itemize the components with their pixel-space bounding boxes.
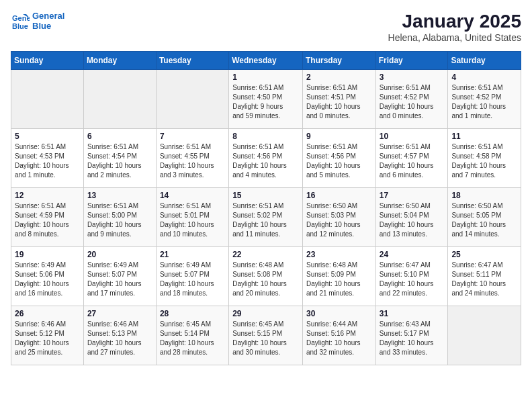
day-info: Sunrise: 6:51 AM Sunset: 4:59 PM Dayligh… [15, 201, 80, 239]
calendar-day-cell: 16Sunrise: 6:50 AM Sunset: 5:03 PM Dayli… [302, 188, 375, 247]
calendar-day-cell: 24Sunrise: 6:47 AM Sunset: 5:10 PM Dayli… [375, 247, 448, 306]
day-info: Sunrise: 6:51 AM Sunset: 4:57 PM Dayligh… [380, 142, 445, 180]
calendar-day-cell: 14Sunrise: 6:51 AM Sunset: 5:01 PM Dayli… [156, 188, 228, 247]
day-info: Sunrise: 6:50 AM Sunset: 5:03 PM Dayligh… [306, 201, 372, 239]
day-info: Sunrise: 6:48 AM Sunset: 5:08 PM Dayligh… [232, 261, 299, 298]
calendar-day-cell: 18Sunrise: 6:50 AM Sunset: 5:05 PM Dayli… [448, 188, 521, 247]
day-number: 18 [451, 191, 517, 200]
calendar-day-cell: 4Sunrise: 6:51 AM Sunset: 4:52 PM Daylig… [448, 70, 521, 129]
day-info: Sunrise: 6:49 AM Sunset: 5:06 PM Dayligh… [15, 261, 80, 298]
day-number: 25 [451, 250, 517, 259]
day-number: 26 [15, 309, 80, 318]
day-info: Sunrise: 6:50 AM Sunset: 5:05 PM Dayligh… [451, 201, 517, 239]
logo-icon: General Blue [11, 11, 30, 30]
calendar-week-row: 12Sunrise: 6:51 AM Sunset: 4:59 PM Dayli… [11, 188, 521, 247]
day-number: 5 [15, 132, 80, 141]
day-number: 15 [232, 191, 299, 200]
day-info: Sunrise: 6:51 AM Sunset: 4:50 PM Dayligh… [232, 83, 299, 121]
day-number: 28 [160, 309, 225, 318]
calendar-day-cell: 19Sunrise: 6:49 AM Sunset: 5:06 PM Dayli… [11, 247, 84, 306]
day-number: 21 [160, 250, 225, 259]
calendar-day-cell: 20Sunrise: 6:49 AM Sunset: 5:07 PM Dayli… [83, 247, 156, 306]
calendar-table: SundayMondayTuesdayWednesdayThursdayFrid… [11, 51, 521, 365]
day-info: Sunrise: 6:51 AM Sunset: 4:54 PM Dayligh… [87, 142, 152, 180]
day-number: 22 [232, 250, 299, 259]
weekday-header-row: SundayMondayTuesdayWednesdayThursdayFrid… [11, 52, 521, 70]
day-number: 31 [380, 309, 445, 318]
calendar-day-cell [11, 70, 84, 129]
day-number: 8 [232, 132, 299, 141]
day-number: 10 [380, 132, 445, 141]
day-number: 9 [306, 132, 372, 141]
day-number: 7 [160, 132, 225, 141]
weekday-header: Thursday [302, 52, 375, 70]
calendar-day-cell: 15Sunrise: 6:51 AM Sunset: 5:02 PM Dayli… [229, 188, 303, 247]
calendar-day-cell: 3Sunrise: 6:51 AM Sunset: 4:52 PM Daylig… [375, 70, 448, 129]
day-number: 17 [380, 191, 445, 200]
day-info: Sunrise: 6:51 AM Sunset: 4:58 PM Dayligh… [451, 142, 517, 180]
day-info: Sunrise: 6:51 AM Sunset: 4:52 PM Dayligh… [451, 83, 517, 121]
calendar-week-row: 1Sunrise: 6:51 AM Sunset: 4:50 PM Daylig… [11, 70, 521, 129]
calendar-week-row: 19Sunrise: 6:49 AM Sunset: 5:06 PM Dayli… [11, 247, 521, 306]
day-info: Sunrise: 6:51 AM Sunset: 4:56 PM Dayligh… [306, 142, 372, 180]
day-info: Sunrise: 6:46 AM Sunset: 5:13 PM Dayligh… [87, 320, 152, 357]
day-info: Sunrise: 6:51 AM Sunset: 4:52 PM Dayligh… [380, 83, 445, 121]
weekday-header: Monday [83, 52, 156, 70]
calendar-day-cell: 23Sunrise: 6:48 AM Sunset: 5:09 PM Dayli… [302, 247, 375, 306]
weekday-header: Tuesday [156, 52, 228, 70]
calendar-day-cell: 22Sunrise: 6:48 AM Sunset: 5:08 PM Dayli… [229, 247, 303, 306]
day-info: Sunrise: 6:51 AM Sunset: 5:01 PM Dayligh… [160, 201, 225, 239]
calendar-day-cell: 28Sunrise: 6:45 AM Sunset: 5:14 PM Dayli… [156, 306, 228, 365]
calendar-day-cell [448, 306, 521, 365]
day-info: Sunrise: 6:48 AM Sunset: 5:09 PM Dayligh… [306, 261, 372, 298]
calendar-day-cell: 10Sunrise: 6:51 AM Sunset: 4:57 PM Dayli… [375, 129, 448, 188]
day-info: Sunrise: 6:45 AM Sunset: 5:14 PM Dayligh… [160, 320, 225, 357]
day-info: Sunrise: 6:43 AM Sunset: 5:17 PM Dayligh… [380, 320, 445, 357]
location-subtitle: Helena, Alabama, United States [388, 32, 521, 43]
title-block: January 2025 Helena, Alabama, United Sta… [388, 11, 521, 43]
weekday-header: Wednesday [229, 52, 303, 70]
day-number: 3 [380, 73, 445, 82]
calendar-day-cell: 8Sunrise: 6:51 AM Sunset: 4:56 PM Daylig… [229, 129, 303, 188]
day-number: 14 [160, 191, 225, 200]
day-number: 23 [306, 250, 372, 259]
logo: General Blue General Blue [11, 11, 64, 31]
day-info: Sunrise: 6:49 AM Sunset: 5:07 PM Dayligh… [160, 261, 225, 298]
day-number: 13 [87, 191, 152, 200]
calendar-day-cell: 1Sunrise: 6:51 AM Sunset: 4:50 PM Daylig… [229, 70, 303, 129]
calendar-day-cell: 11Sunrise: 6:51 AM Sunset: 4:58 PM Dayli… [448, 129, 521, 188]
calendar-day-cell: 6Sunrise: 6:51 AM Sunset: 4:54 PM Daylig… [83, 129, 156, 188]
day-number: 11 [451, 132, 517, 141]
calendar-day-cell: 25Sunrise: 6:47 AM Sunset: 5:11 PM Dayli… [448, 247, 521, 306]
day-number: 20 [87, 250, 152, 259]
day-number: 6 [87, 132, 152, 141]
day-number: 30 [306, 309, 372, 318]
weekday-header: Sunday [11, 52, 84, 70]
day-info: Sunrise: 6:51 AM Sunset: 4:53 PM Dayligh… [15, 142, 80, 180]
day-number: 12 [15, 191, 80, 200]
calendar-week-row: 26Sunrise: 6:46 AM Sunset: 5:12 PM Dayli… [11, 306, 521, 365]
calendar-week-row: 5Sunrise: 6:51 AM Sunset: 4:53 PM Daylig… [11, 129, 521, 188]
page-header: General Blue General Blue January 2025 H… [11, 11, 521, 43]
calendar-day-cell: 21Sunrise: 6:49 AM Sunset: 5:07 PM Dayli… [156, 247, 228, 306]
day-info: Sunrise: 6:46 AM Sunset: 5:12 PM Dayligh… [15, 320, 80, 357]
day-info: Sunrise: 6:51 AM Sunset: 4:55 PM Dayligh… [160, 142, 225, 180]
day-info: Sunrise: 6:50 AM Sunset: 5:04 PM Dayligh… [380, 201, 445, 239]
day-number: 27 [87, 309, 152, 318]
day-info: Sunrise: 6:45 AM Sunset: 5:15 PM Dayligh… [232, 320, 299, 357]
day-info: Sunrise: 6:47 AM Sunset: 5:11 PM Dayligh… [451, 261, 517, 298]
day-number: 2 [306, 73, 372, 82]
calendar-title: January 2025 [388, 11, 521, 32]
calendar-day-cell [83, 70, 156, 129]
calendar-day-cell: 29Sunrise: 6:45 AM Sunset: 5:15 PM Dayli… [229, 306, 303, 365]
calendar-day-cell: 26Sunrise: 6:46 AM Sunset: 5:12 PM Dayli… [11, 306, 84, 365]
day-number: 24 [380, 250, 445, 259]
calendar-day-cell: 5Sunrise: 6:51 AM Sunset: 4:53 PM Daylig… [11, 129, 84, 188]
calendar-day-cell: 9Sunrise: 6:51 AM Sunset: 4:56 PM Daylig… [302, 129, 375, 188]
day-number: 1 [232, 73, 299, 82]
calendar-day-cell: 31Sunrise: 6:43 AM Sunset: 5:17 PM Dayli… [375, 306, 448, 365]
calendar-day-cell: 2Sunrise: 6:51 AM Sunset: 4:51 PM Daylig… [302, 70, 375, 129]
day-info: Sunrise: 6:51 AM Sunset: 5:02 PM Dayligh… [232, 201, 299, 239]
weekday-header: Friday [375, 52, 448, 70]
day-info: Sunrise: 6:51 AM Sunset: 4:51 PM Dayligh… [306, 83, 372, 121]
